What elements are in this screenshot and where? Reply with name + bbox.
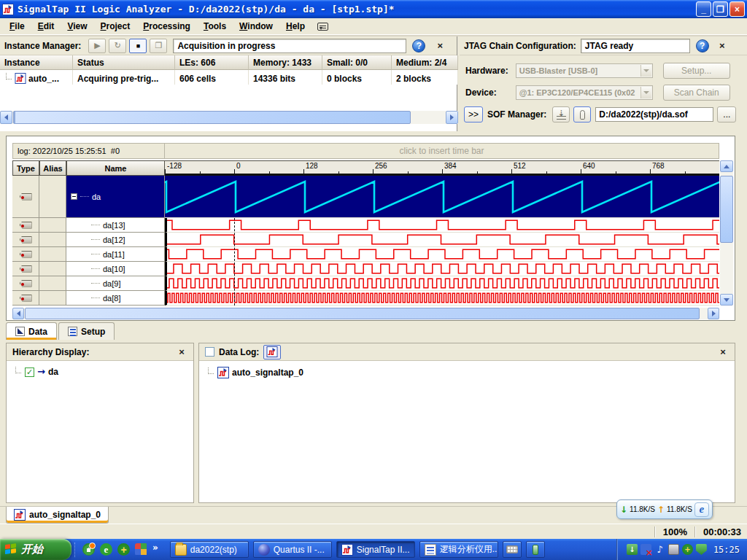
jtag-help-icon[interactable]: ? xyxy=(696,39,709,52)
datalog-item[interactable]: auto_signaltap_0 xyxy=(199,361,735,378)
jtag-close-icon[interactable]: × xyxy=(716,40,728,51)
signal-waveform[interactable] xyxy=(165,276,719,291)
datalog-item-label[interactable]: auto_signaltap_0 xyxy=(232,368,303,378)
taskbar-clock[interactable]: 15:25 xyxy=(713,545,740,555)
bus-waveform[interactable] xyxy=(165,176,719,218)
signal-alias-cell[interactable] xyxy=(39,247,66,262)
bus-group-name[interactable]: da xyxy=(66,176,165,218)
col-instance[interactable]: Instance xyxy=(0,55,73,70)
log-selector[interactable]: log: 2022/10/25 15:25:51 #0 xyxy=(12,143,165,159)
timebar-hint[interactable]: click to insert time bar xyxy=(165,143,719,159)
quicklaunch-overflow-icon[interactable]: » xyxy=(152,542,158,553)
usb-device-button[interactable] xyxy=(526,541,545,558)
signal-alias-cell[interactable] xyxy=(39,218,66,233)
col-small[interactable]: Small: 0/0 xyxy=(322,55,392,70)
hardware-select[interactable]: USB-Blaster [USB-0] xyxy=(516,63,653,78)
signal-alias-cell[interactable] xyxy=(39,262,66,276)
log-waveform-icon[interactable] xyxy=(263,345,281,359)
device-select[interactable]: @1: EP3C120/EP4CE115 (0x02 xyxy=(516,85,653,100)
signal-waveform[interactable] xyxy=(165,262,719,276)
browse-sof-button[interactable]: ... xyxy=(717,106,736,122)
green-e-browser-icon[interactable]: e xyxy=(100,543,112,556)
col-medium[interactable]: Medium: 2/4 xyxy=(392,55,458,70)
ime-keyboard-button[interactable] xyxy=(503,541,522,558)
program-device-icon[interactable]: ⇣ xyxy=(552,106,570,122)
signal-name[interactable]: da[10] xyxy=(66,262,165,276)
menu-window[interactable]: Window xyxy=(233,19,279,34)
close-panel-icon[interactable]: × xyxy=(434,40,446,51)
menu-edit[interactable]: Edit xyxy=(31,19,61,34)
safety-plus-icon[interactable]: + xyxy=(117,543,130,556)
signal-waveform[interactable] xyxy=(165,233,719,247)
hierarchy-item-label[interactable]: da xyxy=(48,367,58,377)
photos-app-icon[interactable] xyxy=(135,543,147,556)
scroll-right-icon[interactable] xyxy=(446,111,458,124)
browser-icon[interactable]: e xyxy=(694,502,709,517)
scroll-left-icon[interactable] xyxy=(12,308,24,319)
start-button[interactable]: 开始 xyxy=(0,539,71,560)
scroll-right-icon[interactable] xyxy=(708,308,719,319)
scroll-thumb[interactable] xyxy=(25,308,700,319)
menu-file[interactable]: File xyxy=(3,19,31,34)
signal-waveform[interactable] xyxy=(165,247,719,262)
browser-360-icon[interactable] xyxy=(82,543,95,556)
instance-table-row[interactable]: auto_... Acquiring pre-trig... 606 cells… xyxy=(0,70,457,85)
tab-data[interactable]: Data xyxy=(6,322,57,340)
signal-name[interactable]: da[12] xyxy=(66,233,165,247)
run-analysis-icon[interactable]: ▶ xyxy=(88,39,106,53)
autorun-analysis-icon[interactable]: ↻ xyxy=(109,39,126,53)
datalog-close-icon[interactable]: × xyxy=(717,346,729,357)
restore-button[interactable]: ❐ xyxy=(713,1,728,17)
signal-name[interactable]: da[11] xyxy=(66,247,165,262)
signal-alias-cell[interactable] xyxy=(39,233,66,247)
signal-name[interactable]: da[9] xyxy=(66,276,165,291)
menu-tools[interactable]: Tools xyxy=(197,19,233,34)
downloader-tray-icon[interactable]: ↓ xyxy=(627,544,638,555)
taskbar-task[interactable]: SignalTap II... xyxy=(336,541,415,558)
stop-analysis-icon[interactable]: ■ xyxy=(129,39,147,53)
close-button[interactable]: × xyxy=(729,1,745,17)
volume-icon[interactable]: ♪ xyxy=(654,544,665,555)
scroll-down-icon[interactable] xyxy=(720,294,733,306)
da-checkbox[interactable]: ✓ xyxy=(25,368,34,377)
signal-waveform[interactable] xyxy=(165,218,719,233)
setup-button[interactable]: Setup... xyxy=(663,63,730,79)
net-speed-widget[interactable]: ↓ 11.8K/S ↑ 11.8K/S e xyxy=(616,499,713,519)
bus-group-row[interactable]: da xyxy=(12,176,719,218)
network-disconnected-icon[interactable] xyxy=(640,544,651,555)
signal-name[interactable]: da[13] xyxy=(66,218,165,233)
scan-chain-button[interactable]: Scan Chain xyxy=(663,85,730,101)
tab-auto-signaltap-0[interactable]: auto_signaltap_0 xyxy=(6,507,109,524)
instance-name[interactable]: auto_... xyxy=(28,74,59,84)
signal-alias-cell[interactable] xyxy=(39,291,66,306)
collapse-group-icon[interactable] xyxy=(71,193,77,200)
instance-hscrollbar[interactable] xyxy=(0,111,458,124)
signal-waveform[interactable] xyxy=(165,291,719,306)
col-les[interactable]: LEs: 606 xyxy=(175,55,249,70)
sof-path-field[interactable]: D:/da2022(stp)/da.sof xyxy=(595,107,713,122)
help-icon[interactable]: ? xyxy=(412,39,425,52)
security-shield-icon[interactable] xyxy=(696,544,707,555)
menu-view[interactable]: View xyxy=(61,19,93,34)
bus-alias-cell[interactable] xyxy=(39,176,66,218)
menu-help[interactable]: Help xyxy=(279,19,311,34)
signal-alias-cell[interactable] xyxy=(39,276,66,291)
waveform-vscrollbar[interactable] xyxy=(720,160,733,306)
minimize-button[interactable]: _ xyxy=(696,1,711,17)
time-ruler[interactable]: -1280128256384512640768 xyxy=(165,160,719,176)
scroll-up-icon[interactable] xyxy=(720,160,733,172)
col-memory[interactable]: Memory: 1433 xyxy=(249,55,322,70)
feedback-bubble-icon[interactable] xyxy=(317,23,328,31)
hierarchy-close-icon[interactable]: × xyxy=(176,346,187,357)
attach-sof-icon[interactable] xyxy=(573,106,591,122)
scroll-left-icon[interactable] xyxy=(0,111,12,124)
antivirus-360-icon[interactable]: + xyxy=(682,544,693,555)
menu-project[interactable]: Project xyxy=(94,19,137,34)
signal-name[interactable]: da[8] xyxy=(66,291,165,306)
safely-remove-hardware-icon[interactable] xyxy=(668,544,679,555)
datalog-checkbox[interactable] xyxy=(205,347,214,357)
tab-setup[interactable]: Setup xyxy=(58,322,115,340)
hierarchy-item-da[interactable]: ✓ → da xyxy=(7,361,193,377)
scroll-thumb[interactable] xyxy=(13,111,411,124)
taskbar-task[interactable]: Quartus II -... xyxy=(253,541,332,558)
